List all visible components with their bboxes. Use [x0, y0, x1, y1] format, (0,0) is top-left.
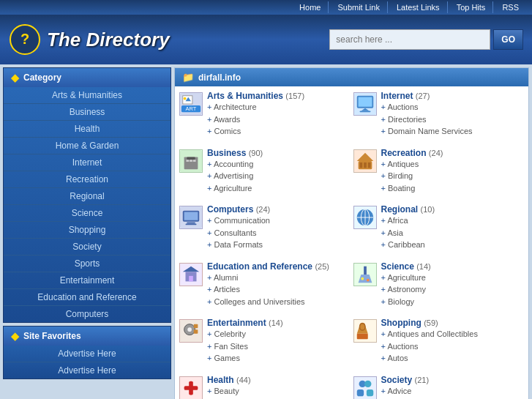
- category-sub-item[interactable]: Communication: [207, 215, 270, 227]
- category-item-business: Business (90)AccountingAdvertisingAgricu…: [179, 148, 351, 195]
- internet-icon: [353, 92, 377, 116]
- sidebar-item-society[interactable]: Society: [4, 239, 171, 256]
- sidebar-item-computers[interactable]: Computers: [4, 306, 171, 322]
- category-info: Recreation (24)AntiquesBirdingBoating: [381, 148, 443, 195]
- main-content: ◆ Category Arts & HumanitiesBusinessHeal…: [0, 64, 532, 399]
- nav-home[interactable]: Home: [292, 1, 329, 13]
- svg-point-25: [187, 327, 192, 332]
- search-input[interactable]: [329, 29, 490, 50]
- sidebar-item-entertainment[interactable]: Entertainment: [4, 272, 171, 289]
- category-sub-item[interactable]: Data Formats: [207, 239, 270, 251]
- category-sub-item[interactable]: Articles: [207, 283, 329, 296]
- svg-rect-61: [354, 377, 376, 399]
- category-sub-item[interactable]: Biology: [381, 296, 431, 308]
- svg-rect-65: [366, 389, 372, 395]
- sidebar-item-home--garden[interactable]: Home & Garden: [4, 138, 171, 154]
- logo-icon: ?: [9, 23, 41, 56]
- category-title[interactable]: Health (44): [207, 375, 257, 385]
- sidebar-item-education-and-reference[interactable]: Education and Reference: [4, 289, 171, 306]
- category-sub-item[interactable]: Beauty: [207, 385, 257, 398]
- category-item-arts--humanities: ARTArts & Humanities (157)ArchitectureAw…: [179, 91, 351, 138]
- sidebar-categories: Arts & HumanitiesBusinessHealthHome & Ga…: [4, 87, 171, 322]
- category-sub-item[interactable]: Agriculture: [381, 272, 431, 284]
- category-sub-item[interactable]: Awards: [207, 113, 304, 126]
- category-info: Education and Reference (25)AlumniArticl…: [207, 261, 329, 308]
- svg-rect-26: [194, 324, 198, 329]
- svg-rect-16: [184, 212, 198, 220]
- category-sub-item[interactable]: Advice: [381, 385, 430, 398]
- category-title[interactable]: Computers (24): [207, 204, 270, 215]
- category-info: Shopping (59)Antiques and CollectiblesAu…: [381, 318, 478, 365]
- search-area: GO: [329, 29, 523, 50]
- health-icon: [179, 376, 203, 400]
- category-sub-item[interactable]: Consultants: [207, 227, 270, 239]
- nav-rss[interactable]: RSS: [495, 1, 526, 13]
- category-sub-item[interactable]: Colleges and Universities: [207, 296, 329, 308]
- category-sub-item[interactable]: Auctions: [381, 101, 473, 113]
- category-sub-item[interactable]: Games: [207, 352, 283, 365]
- category-title[interactable]: Entertainment (14): [207, 318, 283, 328]
- category-info: Computers (24)CommunicationConsultantsDa…: [207, 204, 270, 251]
- header: ? The Directory GO: [0, 15, 532, 64]
- education-icon: [179, 263, 203, 286]
- nav-top-hits[interactable]: Top Hits: [449, 1, 494, 13]
- category-title[interactable]: Arts & Humanities (157): [207, 91, 304, 101]
- category-sub-item[interactable]: Caribbean: [381, 239, 435, 251]
- category-sub-item[interactable]: Boating: [381, 182, 443, 195]
- category-sub-item[interactable]: Alumni: [207, 272, 329, 284]
- category-title[interactable]: Regional (10): [381, 204, 435, 215]
- category-sub-item[interactable]: Accounting: [207, 158, 263, 171]
- svg-point-5: [184, 97, 187, 100]
- category-title[interactable]: Business (90): [207, 148, 263, 158]
- sidebar-item-arts--humanities[interactable]: Arts & Humanities: [4, 87, 171, 104]
- svg-rect-13: [193, 160, 196, 162]
- category-info: Society (21)AdviceCrimeDisabled: [381, 375, 430, 400]
- sidebar-item-business[interactable]: Business: [4, 104, 171, 121]
- category-sub-item[interactable]: Advertising: [207, 170, 263, 182]
- sidebar-favorite[interactable]: Advertise Here: [4, 346, 171, 362]
- site-name: dirfall.info: [198, 72, 241, 83]
- category-item-regional: Regional (10)AfricaAsiaCaribbean: [353, 204, 525, 251]
- category-title[interactable]: Society (21): [381, 375, 430, 385]
- science-icon: [353, 263, 377, 286]
- category-sub-item[interactable]: Birding: [381, 170, 443, 182]
- category-sub-item[interactable]: Antiques and Collectibles: [381, 328, 478, 340]
- sidebar-item-regional[interactable]: Regional: [4, 188, 171, 205]
- sidebar-item-recreation[interactable]: Recreation: [4, 171, 171, 188]
- category-sub-item[interactable]: Celebrity: [207, 328, 283, 340]
- category-sub-item[interactable]: Comics: [207, 125, 304, 138]
- category-sub-item[interactable]: Fan Sites: [207, 340, 283, 353]
- sidebar-item-science[interactable]: Science: [4, 205, 171, 222]
- sidebar-item-sports[interactable]: Sports: [4, 256, 171, 272]
- category-item-science: Science (14)AgricultureAstronomyBiology: [353, 261, 525, 308]
- sidebar-item-internet[interactable]: Internet: [4, 154, 171, 171]
- category-info: Health (44)BeautyChild CareDental Care: [207, 375, 257, 400]
- category-sub-item[interactable]: Autos: [381, 352, 478, 365]
- nav-submit-link[interactable]: Submit Link: [330, 1, 387, 13]
- category-sub-item[interactable]: Astronomy: [381, 283, 431, 296]
- category-sub-item[interactable]: Asia: [381, 227, 435, 239]
- category-sub-item[interactable]: Directories: [381, 113, 473, 126]
- category-info: Arts & Humanities (157)ArchitectureAward…: [207, 91, 304, 138]
- favorites-section: ◆ Site Favorites Advertise HereAdvertise…: [3, 326, 171, 379]
- category-sub-item[interactable]: Auctions: [381, 340, 478, 353]
- category-sub-item[interactable]: Domain Name Services: [381, 125, 473, 138]
- category-info: Regional (10)AfricaAsiaCaribbean: [381, 204, 435, 251]
- category-sub-item[interactable]: Architecture: [207, 101, 304, 113]
- sidebar-favorite[interactable]: Advertise Here: [4, 362, 171, 379]
- category-sub-item[interactable]: Agriculture: [207, 182, 263, 195]
- category-item-health: Health (44)BeautyChild CareDental Care: [179, 375, 351, 400]
- category-title[interactable]: Recreation (24): [381, 148, 443, 158]
- sidebar-item-shopping[interactable]: Shopping: [4, 222, 171, 239]
- category-header: ◆ Category: [4, 68, 171, 87]
- category-sub-item[interactable]: Antiques: [381, 158, 443, 171]
- category-sub-item[interactable]: Africa: [381, 215, 435, 227]
- search-button[interactable]: GO: [493, 29, 523, 50]
- category-title[interactable]: Internet (27): [381, 91, 473, 101]
- nav-latest-links[interactable]: Latest Links: [389, 1, 448, 13]
- category-title[interactable]: Shopping (59): [381, 318, 478, 328]
- category-title[interactable]: Science (14): [381, 261, 431, 272]
- arts-icon: ART: [179, 92, 203, 116]
- category-title[interactable]: Education and Reference (25): [207, 261, 329, 272]
- sidebar-item-health[interactable]: Health: [4, 121, 171, 138]
